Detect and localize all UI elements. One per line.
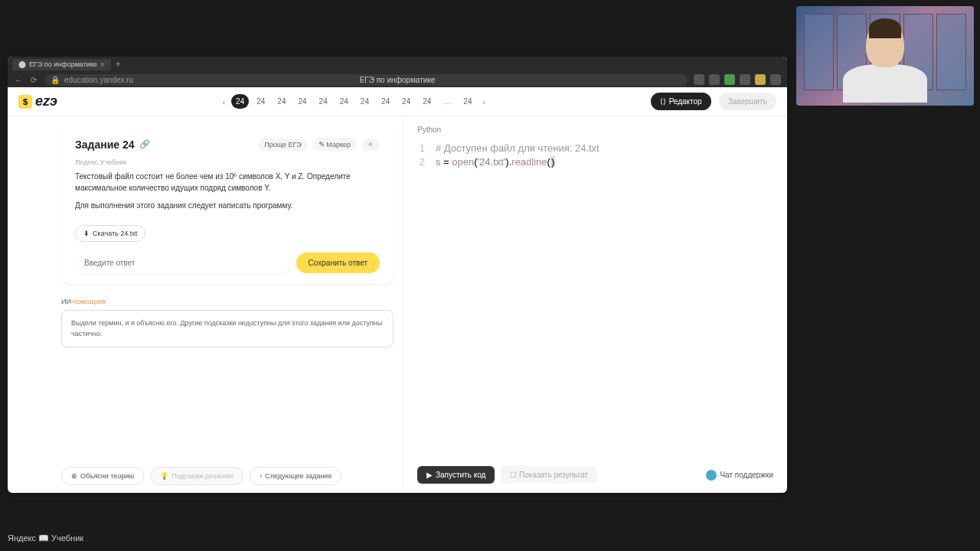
download-button[interactable]: ⬇ Скачать 24.txt	[75, 225, 145, 242]
task-text-2: Для выполнения этого задания следует нап…	[75, 200, 380, 211]
logo-badge: $	[18, 95, 32, 109]
code-line: 1 # Доступен файл для чтения: 24.txt	[417, 142, 773, 155]
app-header: $ еzэ ‹ 24 24 24 24 24 24 24 24 24 24 … …	[8, 87, 787, 116]
support-chat-button[interactable]: Чат поддержки	[706, 470, 773, 481]
task-title: Задание 24 🔗	[75, 139, 150, 151]
language-label: Python	[417, 126, 773, 134]
download-icon: ⬇	[83, 230, 90, 237]
ai-label-prefix: ИИ-	[61, 298, 74, 305]
answer-input[interactable]	[75, 253, 290, 273]
code-icon: ⟨⟩	[660, 97, 666, 106]
tab-title: ЕГЭ по информатике	[29, 60, 97, 68]
download-icon[interactable]	[770, 74, 781, 85]
back-icon[interactable]: ←	[14, 75, 23, 84]
presenter	[843, 21, 927, 106]
task-pill[interactable]: 24	[293, 94, 311, 109]
task-pill[interactable]: 24	[356, 94, 374, 109]
tag-extra-icon[interactable]: ✧	[361, 139, 380, 151]
play-icon: ▶	[426, 471, 433, 479]
run-code-button[interactable]: ▶ Запустить код	[417, 466, 495, 484]
url-text: education.yandex.ru	[64, 76, 133, 84]
book-icon: ⊕	[71, 472, 77, 480]
browser-tab[interactable]: ⬤ ЕГЭ по информатике ×	[12, 59, 111, 70]
nav-next-icon[interactable]: ›	[479, 94, 488, 109]
editor-button-label: Редактор	[669, 97, 702, 106]
save-answer-button[interactable]: Сохранить ответ	[296, 253, 380, 273]
task-pill[interactable]: 24	[252, 94, 270, 109]
task-pill[interactable]: 24	[418, 94, 436, 109]
task-pill[interactable]: 24	[273, 94, 290, 109]
webcam-overlay	[796, 6, 974, 106]
line-number: 1	[417, 142, 425, 155]
bulb-icon: 💡	[160, 472, 168, 480]
finish-button[interactable]: Завершить	[719, 93, 776, 110]
line-number: 2	[417, 155, 425, 169]
hint-button-label: Подскажи решение	[172, 472, 234, 480]
editor-button[interactable]: ⟨⟩ Редактор	[651, 93, 711, 110]
lock-icon: 🔒	[51, 76, 60, 84]
task-navigation: ‹ 24 24 24 24 24 24 24 24 24 24 … 24 ›	[65, 94, 643, 109]
footer-brand: Яндекс 📖 Учебник	[8, 533, 83, 543]
task-pill[interactable]: 24	[377, 94, 394, 109]
task-pill-active[interactable]: 24	[231, 94, 249, 109]
logo-text: еzэ	[35, 93, 57, 109]
reload-icon[interactable]: ⟳	[29, 75, 38, 84]
tag-marker[interactable]: ✎ Маркер	[312, 138, 357, 151]
new-tab-button[interactable]: +	[116, 59, 121, 70]
task-pill[interactable]: 24	[459, 94, 476, 109]
task-pill[interactable]: 24	[397, 94, 415, 109]
addr-extensions	[694, 74, 781, 85]
download-button-label: Скачать 24.txt	[93, 230, 137, 237]
menu-icon[interactable]	[709, 74, 720, 85]
task-title-text: Задание 24	[75, 139, 135, 151]
support-chat-label: Чат поддержки	[720, 471, 773, 479]
bottom-bar: ⊕ Объясни теорию 💡 Подскажи решение › Сл…	[8, 459, 403, 493]
left-panel: Задание 24 🔗 Проще ЕГЭ ✎ Маркер ✧ Яндекс…	[8, 116, 403, 493]
main-area: Задание 24 🔗 Проще ЕГЭ ✎ Маркер ✧ Яндекс…	[8, 116, 787, 493]
code-line: 2 s = open('24.txt').readline()	[417, 155, 773, 169]
browser-window: ⬤ ЕГЭ по информатике × + ← ⟳ 🔒 education…	[8, 57, 787, 493]
explain-theory-label: Объясни теорию	[80, 472, 134, 480]
hint-button: 💡 Подскажи решение	[150, 467, 243, 485]
result-icon: ☐	[510, 471, 517, 479]
code-panel: Python 1 # Доступен файл для чтения: 24.…	[403, 116, 787, 493]
ai-label: ИИ-помощник	[61, 298, 394, 305]
pencil-icon: ✎	[318, 140, 325, 148]
explain-theory-button[interactable]: ⊕ Объясни теорию	[61, 467, 144, 485]
show-result-label: Показать результат	[519, 471, 588, 479]
next-task-button[interactable]: › Следующее задание	[250, 467, 341, 485]
task-pill-more: …	[439, 94, 456, 109]
ai-hint-box: Выдели термин, и я объясню его. Другие п…	[61, 310, 394, 347]
show-result-button: ☐ Показать результат	[501, 466, 597, 484]
bookmark-icon[interactable]	[694, 74, 704, 85]
address-bar: ← ⟳ 🔒 education.yandex.ru ЕГЭ по информа…	[8, 72, 787, 87]
tag-marker-label: Маркер	[326, 141, 351, 148]
run-bar: ▶ Запустить код ☐ Показать результат Чат…	[417, 466, 773, 484]
chat-icon	[706, 470, 717, 481]
task-text-1: Текстовый файл состоит не более чем из 1…	[75, 171, 380, 194]
tag-source[interactable]: Проще ЕГЭ	[258, 139, 308, 151]
task-card: Задание 24 🔗 Проще ЕГЭ ✎ Маркер ✧ Яндекс…	[61, 127, 394, 284]
code-editor[interactable]: 1 # Доступен файл для чтения: 24.txt 2 s…	[417, 142, 773, 169]
profile-icon[interactable]	[740, 74, 750, 85]
link-icon[interactable]: 🔗	[139, 139, 150, 149]
page-title: ЕГЭ по информатике	[360, 76, 436, 84]
task-pill[interactable]: 24	[315, 94, 332, 109]
run-code-label: Запустить код	[436, 471, 485, 479]
task-pill[interactable]: 24	[335, 94, 353, 109]
chevron-right-icon: ›	[260, 472, 262, 480]
extension-icon[interactable]	[724, 74, 735, 85]
tab-favicon: ⬤	[18, 60, 26, 68]
close-icon[interactable]: ×	[100, 60, 105, 69]
logo[interactable]: $ еzэ	[18, 93, 57, 109]
webcam-background	[796, 6, 974, 106]
ai-helper: ИИ-помощник Выдели термин, и я объясню е…	[61, 298, 394, 347]
nav-prev-icon[interactable]: ‹	[219, 94, 228, 109]
ai-label-suffix: помощник	[74, 298, 106, 305]
extension-icon[interactable]	[755, 74, 766, 85]
code-text: s = open('24.txt').readline()	[436, 155, 555, 169]
answer-row: Сохранить ответ	[75, 253, 380, 273]
source-label: Яндекс Учебник	[75, 158, 380, 166]
task-header: Задание 24 🔗 Проще ЕГЭ ✎ Маркер ✧	[75, 138, 380, 151]
task-body: Текстовый файл состоит не более чем из 1…	[75, 171, 380, 211]
